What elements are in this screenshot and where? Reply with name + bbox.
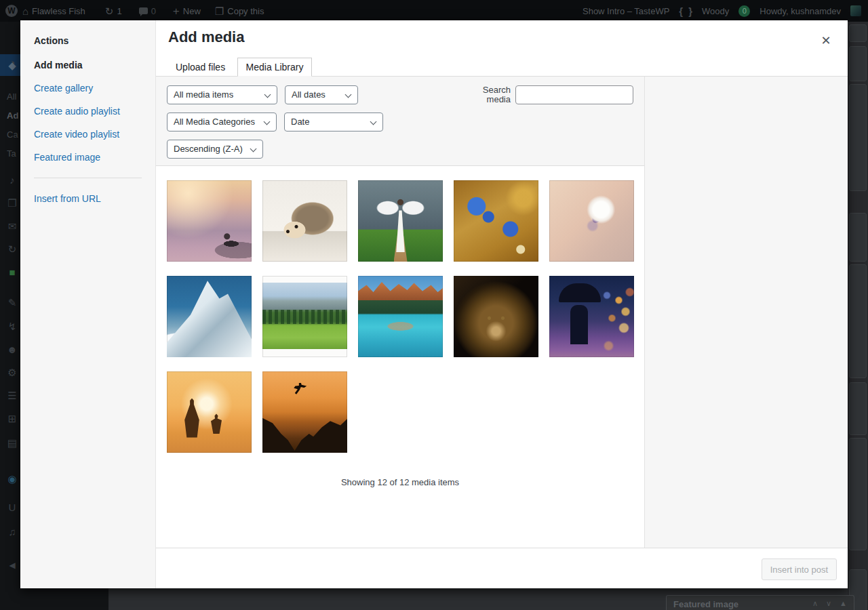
actions-heading: Actions bbox=[34, 35, 155, 46]
blue-circle-plugin-icon: ◉ bbox=[5, 474, 19, 484]
plugins-plug-icon: ↯ bbox=[5, 321, 19, 331]
filter-order-select[interactable]: Descending (Z-A) bbox=[167, 140, 263, 159]
media-item-blue-flowers[interactable] bbox=[454, 180, 538, 262]
new-menu: + New bbox=[173, 5, 201, 17]
show-intro-link: Show Intro – TasteWP bbox=[583, 6, 669, 16]
tab-upload-files[interactable]: Upload files bbox=[167, 58, 234, 77]
chevron-down-icon bbox=[250, 146, 257, 152]
wordpress-logo-icon: W bbox=[5, 5, 18, 17]
howdy-account-menu: Howdy, kushnamdev bbox=[760, 6, 841, 16]
dimmed-metabox bbox=[849, 213, 867, 262]
featured-image-metabox-title: Featured image bbox=[673, 599, 738, 609]
dimmed-metabox bbox=[849, 84, 867, 191]
dimmed-metabox bbox=[849, 264, 867, 378]
insert-into-post-button[interactable]: Insert into post bbox=[762, 558, 837, 580]
chevron-down-icon bbox=[370, 119, 377, 125]
menu-item-create-gallery[interactable]: Create gallery bbox=[34, 81, 155, 95]
media-item-umbrella-rain[interactable] bbox=[549, 276, 634, 357]
menu-item-create-video-playlist[interactable]: Create video playlist bbox=[34, 127, 155, 141]
updates-icon: ↻ bbox=[105, 6, 114, 16]
chevron-down-icon bbox=[264, 92, 271, 98]
plus-icon: + bbox=[173, 5, 180, 17]
filter-media-category-select[interactable]: All Media Categories bbox=[167, 113, 277, 131]
chevron-down-icon bbox=[264, 119, 271, 125]
comments-indicator: 0 bbox=[139, 6, 156, 16]
toggle-panel-icon: ▲ bbox=[840, 599, 847, 608]
media-item-mountain-lake[interactable] bbox=[358, 276, 443, 357]
modal-title: Add media bbox=[156, 20, 848, 46]
attachment-details-sidebar bbox=[644, 77, 848, 548]
menu-item-insert-from-url[interactable]: Insert from URL bbox=[34, 192, 155, 205]
home-icon: ⌂ bbox=[22, 6, 28, 16]
media-item-beach-sunset[interactable] bbox=[167, 371, 252, 453]
media-filters-toolbar: All media items All dates All Media Cate… bbox=[156, 77, 644, 166]
pushpin-posts-icon: ◆ bbox=[5, 60, 19, 70]
filter-media-type-select[interactable]: All media items bbox=[167, 85, 277, 104]
chevron-down-icon bbox=[345, 92, 352, 98]
media-item-angel[interactable] bbox=[358, 180, 443, 262]
media-modal-content: Add media ✕ Upload files Media Library A… bbox=[156, 20, 848, 588]
move-up-icon: ∧ bbox=[812, 599, 818, 608]
dimmed-metabox bbox=[849, 438, 867, 550]
search-media-input[interactable] bbox=[515, 85, 633, 104]
copy-icon: ❐ bbox=[215, 6, 224, 16]
media-item-snow-mountain[interactable] bbox=[167, 276, 252, 357]
woody-menu: Woody bbox=[702, 6, 729, 16]
menu-item-create-audio-playlist[interactable]: Create audio playlist bbox=[34, 104, 155, 118]
menu-item-add-media[interactable]: Add media bbox=[34, 58, 155, 72]
comments-menu-icon: ✉ bbox=[5, 221, 19, 231]
duplicate-plugin-icon: ▤ bbox=[5, 438, 19, 448]
crop-plugin-icon: ⊞ bbox=[5, 413, 19, 424]
circular-arrows-icon: ↻ bbox=[5, 244, 19, 254]
users-icon: ☻ bbox=[5, 344, 19, 354]
tab-media-library[interactable]: Media Library bbox=[237, 58, 313, 77]
menu-separator bbox=[34, 178, 142, 178]
dimmed-metabox bbox=[849, 46, 867, 81]
media-library-icon: ♪ bbox=[5, 175, 19, 185]
dimmed-metabox bbox=[849, 382, 867, 435]
media-router-tabs: Upload files Media Library bbox=[156, 58, 848, 77]
collapse-menu-icon: ◀ bbox=[5, 561, 19, 569]
media-count-status: Showing 12 of 12 media items bbox=[156, 477, 644, 487]
add-media-modal: Actions Add media Create gallery Create … bbox=[20, 20, 848, 588]
dimmed-page-right-edge bbox=[848, 22, 868, 610]
move-down-icon: ∨ bbox=[826, 599, 831, 608]
media-item-green-valley[interactable] bbox=[262, 276, 347, 357]
close-icon[interactable]: ✕ bbox=[814, 28, 838, 53]
settings-sliders-icon: ☰ bbox=[5, 390, 19, 401]
notes-plugin-icon: ♫ bbox=[5, 527, 19, 537]
submenu-add-new: Ad bbox=[7, 110, 18, 121]
submenu-tags: Ta bbox=[7, 148, 16, 159]
green-plugin-icon: ■ bbox=[5, 267, 19, 277]
u-plugin-icon: U bbox=[5, 502, 19, 512]
menu-item-featured-image[interactable]: Featured image bbox=[34, 150, 155, 164]
attachments-browser: All media items All dates All Media Cate… bbox=[156, 77, 848, 548]
dimmed-metabox bbox=[849, 24, 867, 42]
appearance-brush-icon: ✎ bbox=[5, 298, 19, 308]
user-avatar bbox=[850, 5, 861, 16]
search-media-label: Search media bbox=[470, 85, 511, 104]
tools-wrench-icon: ⚙ bbox=[5, 367, 19, 378]
filter-date-select[interactable]: All dates bbox=[285, 85, 358, 104]
media-item-hedgehog[interactable] bbox=[262, 180, 347, 262]
brace-open-icon: { bbox=[679, 5, 683, 17]
media-item-zen-stones[interactable] bbox=[167, 180, 252, 262]
pages-icon: ❐ bbox=[5, 198, 19, 208]
media-modal-menu: Actions Add media Create gallery Create … bbox=[20, 20, 156, 588]
media-item-white-flower[interactable] bbox=[549, 180, 634, 262]
media-grid bbox=[156, 166, 644, 453]
media-item-jump-silhouette[interactable] bbox=[262, 371, 347, 453]
submenu-all-posts: All bbox=[7, 92, 16, 102]
copy-this-menu: ❐ Copy this bbox=[215, 6, 264, 16]
comments-icon bbox=[139, 7, 148, 14]
modal-footer-toolbar: Insert into post bbox=[156, 548, 848, 588]
brace-close-icon: } bbox=[688, 5, 692, 17]
media-item-lion[interactable] bbox=[454, 276, 538, 357]
site-name-menu: ⌂ Flawless Fish bbox=[22, 6, 85, 16]
updates-indicator: ↻ 1 bbox=[105, 6, 122, 16]
admin-toolbar: W ⌂ Flawless Fish ↻ 1 0 + New ❐ Copy thi… bbox=[0, 0, 868, 22]
featured-image-metabox: Featured image ∧ ∨ ▲ bbox=[666, 595, 854, 610]
woody-count-badge: 0 bbox=[738, 5, 750, 17]
filter-orderby-select[interactable]: Date bbox=[284, 113, 383, 131]
submenu-categories: Ca bbox=[7, 129, 18, 140]
